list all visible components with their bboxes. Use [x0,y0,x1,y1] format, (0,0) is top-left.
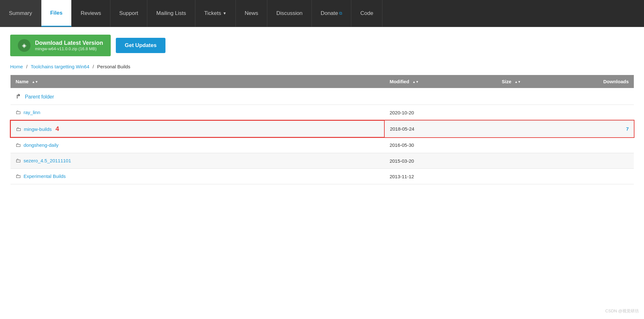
parent-folder-cell: ↱ Parent folder [10,88,384,105]
download-latest-button[interactable]: ◈ Download Latest Version mingw-w64-v11.… [10,35,111,56]
file-size-cell [497,153,571,169]
buttons-row: ◈ Download Latest Version mingw-w64-v11.… [10,35,634,56]
file-downloads-cell [571,169,634,184]
sort-arrows-name: ▲▼ [32,80,38,84]
nav-tab-reviews[interactable]: Reviews [72,0,110,27]
table-row: 🗀sezero_4.5_201111012015-03-20 [10,153,634,169]
file-modified-cell: 2018-05-24 [384,120,497,137]
download-sub-text: mingw-w64-v11.0.0.zip (16.8 MB) [35,46,103,51]
breadcrumb-home[interactable]: Home [10,64,23,69]
file-modified-cell: 2013-11-12 [384,169,497,184]
nav-tab-code[interactable]: Code [351,0,382,27]
file-table: Name ▲▼ Modified ▲▼ Size ▲▼ Downloads ↱ [10,75,634,184]
nav-tab-tickets[interactable]: Tickets ▼ [195,0,236,27]
col-header-modified[interactable]: Modified ▲▼ [384,75,497,88]
file-modified-cell: 2015-03-20 [384,153,497,169]
col-header-name[interactable]: Name ▲▼ [10,75,384,88]
file-downloads-cell [571,153,634,169]
parent-size-cell [497,88,571,105]
sort-arrows-modified: ▲▼ [412,80,419,84]
file-downloads-cell [571,105,634,121]
nav-tab-files[interactable]: Files [41,0,72,27]
folder-icon: 🗀 [16,158,21,164]
nav-tab-donate[interactable]: Donate ⧉ [312,0,352,27]
nav-tab-summary[interactable]: Summary [0,0,41,27]
nav-bar: SummaryFilesReviewsSupportMailing ListsT… [0,0,644,27]
table-body: ↱ Parent folder 🗀ray_linn2020-10-20🗀ming… [10,88,634,184]
file-size-cell [497,169,571,184]
file-modified-cell: 2016-05-30 [384,137,497,153]
nav-tab-support[interactable]: Support [110,0,148,27]
folder-icon: 🗀 [16,126,21,132]
folder-icon: 🗀 [16,142,21,148]
parent-modified-cell [384,88,497,105]
table-row: 🗀ray_linn2020-10-20 [10,105,634,121]
table-header: Name ▲▼ Modified ▲▼ Size ▲▼ Downloads [10,75,634,88]
sort-arrows-size: ▲▼ [514,80,521,84]
main-content: ◈ Download Latest Version mingw-w64-v11.… [0,27,644,300]
file-modified-cell: 2020-10-20 [384,105,497,121]
parent-up-icon: ↱ [16,93,21,100]
external-link-icon: ⧉ [339,11,342,16]
col-header-downloads: Downloads [571,75,634,88]
sf-logo-icon: ◈ [18,39,31,52]
file-size-cell [497,137,571,153]
col-header-size[interactable]: Size ▲▼ [497,75,571,88]
file-name-cell: 🗀dongsheng-daily [10,137,384,153]
parent-folder-row: ↱ Parent folder [10,88,634,105]
nav-tab-news[interactable]: News [236,0,268,27]
folder-icon: 🗀 [16,109,21,115]
parent-downloads-cell [571,88,634,105]
badge-count: 4 [56,125,59,132]
file-name-cell: 🗀sezero_4.5_20111101 [10,153,384,169]
folder-link[interactable]: mingw-builds [24,126,52,132]
file-size-cell [497,105,571,121]
file-name-cell: 🗀mingw-builds4 [10,120,384,137]
breadcrumb-toolchains[interactable]: Toolchains targetting Win64 [31,64,89,69]
breadcrumb-separator-1: / [26,64,29,69]
folder-link[interactable]: sezero_4.5_20111101 [24,158,71,163]
table-row: 🗀mingw-builds42018-05-247 [10,120,634,137]
nav-tab-discussion[interactable]: Discussion [267,0,312,27]
download-main-text: Download Latest Version [35,40,103,46]
breadcrumb-separator-2: / [93,64,95,69]
folder-icon: 🗀 [16,173,21,179]
table-row: 🗀Experimental Builds2013-11-12 [10,169,634,184]
folder-link[interactable]: ray_linn [24,110,40,115]
file-name-cell: 🗀ray_linn [10,105,384,121]
nav-tab-mailing-lists[interactable]: Mailing Lists [147,0,195,27]
file-name-cell: 🗀Experimental Builds [10,169,384,184]
breadcrumb: Home / Toolchains targetting Win64 / Per… [10,64,634,69]
parent-folder-link[interactable]: Parent folder [25,94,54,99]
get-updates-button[interactable]: Get Updates [116,38,165,53]
folder-link[interactable]: Experimental Builds [24,173,66,179]
breadcrumb-current: Personal Builds [97,64,130,69]
file-size-cell [497,120,571,137]
file-downloads-cell [571,137,634,153]
file-downloads-cell: 7 [571,120,634,137]
table-row: 🗀dongsheng-daily2016-05-30 [10,137,634,153]
dropdown-arrow: ▼ [223,11,227,16]
folder-link[interactable]: dongsheng-daily [24,142,59,148]
